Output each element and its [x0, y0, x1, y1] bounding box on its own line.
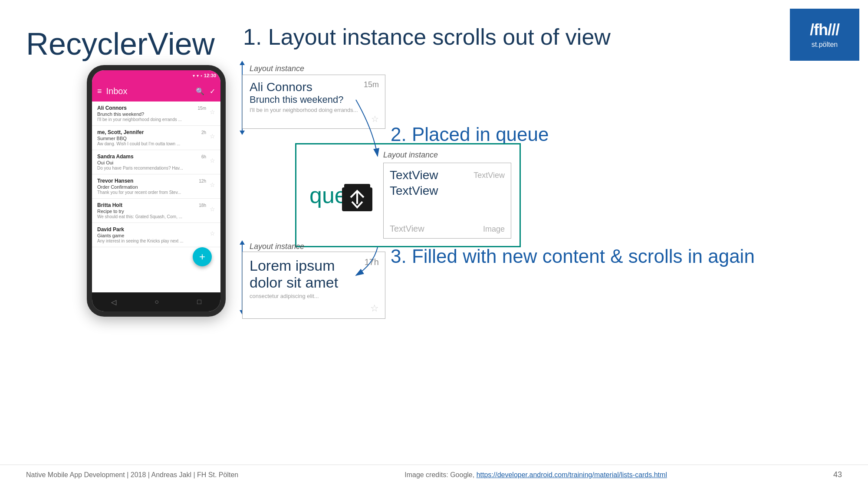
tv-image-label: Image — [483, 225, 505, 234]
wifi-icon: ▾ — [197, 73, 199, 78]
phone-status-bar: ▾ ▾ ▪ 12:30 — [92, 70, 220, 81]
li1-preview: I'll be in your neighborhood doing erran… — [250, 107, 378, 113]
home-icon[interactable]: ○ — [155, 298, 159, 306]
email-item-5[interactable]: David Park Giants game Any interest in s… — [92, 223, 220, 247]
star-icon-3[interactable]: ☆ — [210, 181, 215, 188]
done-all-icon[interactable]: ✓ — [210, 87, 215, 95]
signal-icon: ▾ — [193, 73, 195, 78]
email-sender-5: David Park — [97, 226, 124, 233]
email-item-3[interactable]: Trevor Hansen 12h Order Confirmation Tha… — [92, 174, 220, 199]
phone-nav-bar: ◁ ○ □ — [92, 292, 220, 311]
fh-logo: /fh/// st.pölten — [790, 9, 859, 61]
email-time-1: 2h — [201, 130, 206, 135]
email-time-4: 18h — [199, 203, 206, 208]
email-subject-2: Oui Oui — [97, 160, 206, 165]
email-subject-4: Recipe to try — [97, 209, 206, 214]
tv-text-1: TextView — [390, 168, 438, 182]
email-sender-1: me, Scott, Jennifer — [97, 129, 144, 135]
search-icon[interactable]: 🔍 — [196, 87, 204, 95]
section3-heading: 3. Filled with new content & scrolls in … — [391, 245, 755, 268]
email-sender-4: Britta Holt — [97, 202, 122, 208]
fh-logo-subtitle: st.pölten — [812, 41, 838, 49]
tv-text-2: TextView — [390, 184, 505, 198]
layout-instance-3-label: Layout instance — [250, 242, 304, 251]
li3-subject: dolor sit amet — [250, 274, 378, 291]
back-icon[interactable]: ◁ — [111, 298, 116, 306]
fab-button[interactable]: + — [193, 247, 212, 266]
li3-preview: consectetur adipiscing elit... — [250, 293, 378, 299]
queue-layout-instance-label: Layout instance — [383, 151, 438, 160]
fh-logo-text: /fh/// — [810, 21, 839, 39]
tv-text-3: TextView — [390, 224, 424, 234]
recents-icon[interactable]: □ — [197, 298, 201, 306]
email-subject-5: Giants game — [97, 233, 206, 238]
star-icon-1[interactable]: ☆ — [210, 133, 215, 140]
page-title: RecyclerView — [26, 26, 215, 62]
email-preview-1: Aw dang. Wish I could but I'm outta town… — [97, 141, 184, 146]
email-preview-0: I'll be in your neighborhood doing erran… — [97, 117, 184, 122]
footer-left: Native Mobile App Development | 2018 | A… — [26, 471, 238, 479]
email-item-1[interactable]: me, Scott, Jennifer 2h Summer BBQ Aw dan… — [92, 126, 220, 150]
page-number: 43 — [833, 470, 842, 479]
phone-mockup: ▾ ▾ ▪ 12:30 ≡ Inbox 🔍 ✓ — [87, 65, 226, 317]
email-time-3: 12h — [199, 179, 206, 183]
hamburger-icon[interactable]: ≡ — [97, 87, 102, 96]
li1-time: 15m — [364, 80, 379, 89]
email-time-0: 15m — [198, 106, 206, 111]
email-preview-5: Any interest in seeing the Knicks play n… — [97, 239, 184, 243]
layout-instance-3-box: Lorem ipsum dolor sit amet consectetur a… — [242, 252, 385, 319]
star-icon-2[interactable]: ☆ — [210, 157, 215, 164]
toolbar-title: Inbox — [106, 86, 191, 96]
footer-center: Image credits: Google, https://developer… — [404, 471, 667, 479]
email-list: Ali Connors 15m Brunch this weekend? I'l… — [92, 102, 220, 292]
star-icon-0[interactable]: ☆ — [210, 108, 215, 115]
li3-name: Lorem ipsum — [250, 257, 378, 274]
queue-box: queue Layout instance TextView TextView … — [295, 143, 521, 247]
star-icon-5[interactable]: ☆ — [210, 230, 215, 237]
email-sender-2: Sandra Adams — [97, 154, 134, 160]
section2-heading: 2. Placed in queue — [391, 124, 549, 145]
email-subject-3: Order Confirmation — [97, 184, 206, 190]
battery-icon: ▪ — [201, 73, 202, 78]
phone-toolbar: ≡ Inbox 🔍 ✓ — [92, 81, 220, 102]
email-item-0[interactable]: Ali Connors 15m Brunch this weekend? I'l… — [92, 102, 220, 126]
email-preview-3: Thank you for your recent order from Ste… — [97, 190, 184, 195]
svg-rect-2 — [344, 184, 370, 188]
footer-center-text: Image credits: Google, — [404, 471, 476, 478]
li3-time: 17h — [365, 257, 379, 267]
email-preview-2: Do you have Paris recommendations? Hav..… — [97, 166, 184, 170]
status-time: 12:30 — [204, 73, 216, 78]
layout-instance-1-label: Layout instance — [250, 64, 304, 73]
li1-subject: Brunch this weekend? — [250, 94, 378, 105]
footer: Native Mobile App Development | 2018 | A… — [0, 465, 868, 479]
email-preview-4: We should eat this: Grated Squash, Corn,… — [97, 214, 184, 219]
email-subject-0: Brunch this weekend? — [97, 111, 206, 117]
email-item-2[interactable]: Sandra Adams 6h Oui Oui Do you have Pari… — [92, 150, 220, 174]
layout-instance-1-box: Ali Connors Brunch this weekend? I'll be… — [242, 75, 385, 129]
li3-star: ☆ — [370, 303, 379, 314]
star-icon-4[interactable]: ☆ — [210, 206, 215, 213]
footer-link[interactable]: https://developer.android.com/training/m… — [477, 471, 667, 478]
recycle-bin-icon — [340, 178, 375, 213]
email-time-2: 6h — [201, 154, 206, 159]
li1-sender: Ali Connors — [250, 80, 378, 94]
tv-label-1: TextView — [473, 171, 505, 180]
queue-inner-box: TextView TextView TextView TextView Imag… — [383, 163, 511, 239]
email-sender-0: Ali Connors — [97, 105, 127, 111]
email-item-4[interactable]: Britta Holt 18h Recipe to try We should … — [92, 199, 220, 223]
section1-title: 1. Layout instance scrolls out of view — [243, 24, 611, 50]
email-subject-1: Summer BBQ — [97, 136, 206, 141]
li1-star: ☆ — [371, 114, 379, 124]
email-sender-3: Trevor Hansen — [97, 178, 133, 184]
